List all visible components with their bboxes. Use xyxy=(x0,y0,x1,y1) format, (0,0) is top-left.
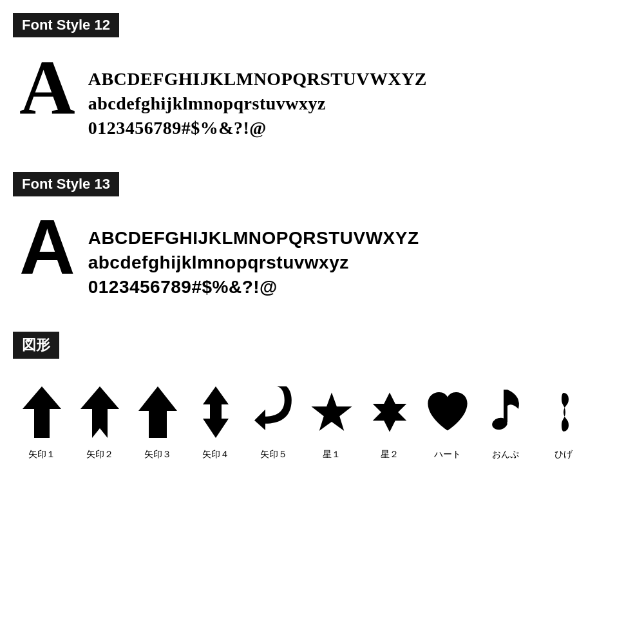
svg-marker-5 xyxy=(373,392,407,431)
shape-star1: 星１ xyxy=(303,383,361,460)
arrow2-icon xyxy=(77,383,122,441)
shape-music-note-label: おんぷ xyxy=(492,449,519,460)
svg-marker-3 xyxy=(203,386,229,438)
shape-arrow3: 矢印３ xyxy=(129,383,187,460)
shape-arrow3-label: 矢印３ xyxy=(144,449,171,460)
font-style-13-uppercase: ABCDEFGHIJKLMNOPQRSTUVWXYZ xyxy=(88,226,419,251)
shape-arrow2: 矢印２ xyxy=(71,383,129,460)
shape-arrow5: 矢印５ xyxy=(245,383,303,460)
shape-mustache: ひげ xyxy=(535,383,592,460)
font-style-12-section: Font Style 12 A ABCDEFGHIJKLMNOPQRSTUVWX… xyxy=(13,13,631,153)
font-style-13-chars: ABCDEFGHIJKLMNOPQRSTUVWXYZ abcdefghijklm… xyxy=(88,214,419,299)
music-note-icon xyxy=(489,383,522,441)
shape-arrow5-label: 矢印５ xyxy=(260,449,287,460)
arrow4-icon xyxy=(200,383,232,441)
heart-icon xyxy=(425,383,470,441)
shape-arrow1: 矢印１ xyxy=(13,383,71,460)
shape-arrow1-label: 矢印１ xyxy=(28,449,55,460)
font-style-13-numbers: 0123456789#$%&?!@ xyxy=(88,275,419,299)
arrow5-icon xyxy=(251,383,296,441)
font-style-12-big-letter: A xyxy=(19,49,75,126)
shape-heart-label: ハート xyxy=(434,449,461,460)
font-style-13-section: Font Style 13 A ABCDEFGHIJKLMNOPQRSTUVWX… xyxy=(13,172,631,312)
star2-icon xyxy=(367,383,412,441)
mustache-icon xyxy=(553,383,575,441)
svg-marker-2 xyxy=(138,386,177,438)
font-style-12-numbers: 0123456789#$%&?!@ xyxy=(88,116,427,140)
font-style-13-demo: A ABCDEFGHIJKLMNOPQRSTUVWXYZ abcdefghijk… xyxy=(13,208,631,312)
font-style-12-chars: ABCDEFGHIJKLMNOPQRSTUVWXYZ abcdefghijklm… xyxy=(88,55,427,140)
font-style-13-header: Font Style 13 xyxy=(13,172,119,196)
shape-arrow2-label: 矢印２ xyxy=(86,449,113,460)
shapes-grid: 矢印１ 矢印２ 矢印３ xyxy=(13,370,631,467)
svg-marker-4 xyxy=(312,392,352,431)
shape-arrow4: 矢印４ xyxy=(187,383,245,460)
shapes-section: 図形 矢印１ 矢印２ xyxy=(13,332,631,467)
font-style-13-lowercase: abcdefghijklmnopqrstuvwxyz xyxy=(88,251,419,275)
svg-rect-6 xyxy=(504,390,507,422)
shape-star2: 星２ xyxy=(361,383,419,460)
font-style-12-uppercase: ABCDEFGHIJKLMNOPQRSTUVWXYZ xyxy=(88,67,427,91)
font-style-12-lowercase: abcdefghijklmnopqrstuvwxyz xyxy=(88,91,427,116)
shapes-header: 図形 xyxy=(13,332,59,359)
svg-marker-0 xyxy=(23,386,61,438)
arrow3-icon xyxy=(135,383,180,441)
font-style-12-header: Font Style 12 xyxy=(13,13,119,37)
star1-icon xyxy=(309,383,354,441)
shape-mustache-label: ひげ xyxy=(554,449,573,460)
shape-heart: ハート xyxy=(419,383,477,460)
shape-arrow4-label: 矢印４ xyxy=(202,449,229,460)
shape-star2-label: 星２ xyxy=(381,449,399,460)
arrow1-icon xyxy=(19,383,64,441)
font-style-13-big-letter: A xyxy=(19,208,75,285)
shape-music-note: おんぷ xyxy=(477,383,535,460)
shape-star1-label: 星１ xyxy=(323,449,341,460)
svg-marker-1 xyxy=(80,386,119,438)
font-style-12-demo: A ABCDEFGHIJKLMNOPQRSTUVWXYZ abcdefghijk… xyxy=(13,49,631,153)
